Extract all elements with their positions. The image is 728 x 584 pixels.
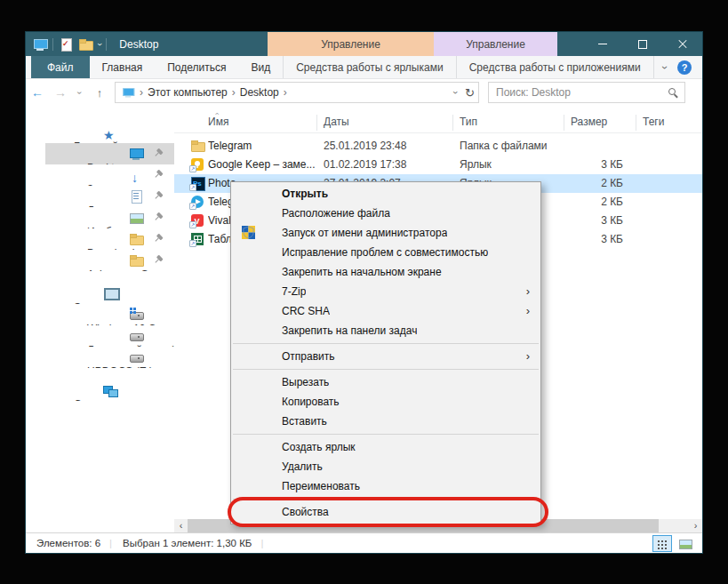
sidebar-item[interactable]: Downloads [26, 228, 174, 250]
file-icon: ↗ [190, 213, 204, 228]
menu-item-label: Исправление проблем с совместимостью [282, 246, 488, 259]
context-menu: Открыть › [230, 181, 541, 524]
column-header-name[interactable]: Имя [208, 116, 228, 128]
file-icon: ↗ [190, 157, 204, 172]
menu-item-icon [242, 245, 256, 260]
navigation-pane: Быстрый доступ Desktop Загрузки [26, 106, 174, 532]
column-header-tags[interactable]: Теги [643, 116, 664, 128]
minimize-icon [598, 44, 607, 44]
ribbon-collapse-chevron-icon[interactable]: › [659, 66, 671, 69]
details-view-button[interactable] [652, 535, 672, 552]
context-menu-item[interactable]: Свойства › [231, 502, 540, 522]
tab-view[interactable]: Вид [238, 56, 283, 78]
sidebar-item-icon [129, 308, 143, 322]
menu-item-icon [242, 460, 256, 474]
sidebar-item[interactable]: Ashampoo Snap [26, 250, 174, 271]
column-header-date[interactable]: Даты [324, 116, 349, 128]
context-menu-item[interactable]: CRC SHA › [231, 301, 540, 321]
maximize-icon [638, 40, 647, 49]
context-menu-item[interactable]: Отправить › [231, 347, 540, 366]
context-menu-item[interactable]: Исправление проблем с совместимостью › [231, 243, 540, 262]
menu-item-icon [242, 375, 256, 389]
tab-shortcut-tools[interactable]: Средства работы с ярлыками [283, 56, 455, 78]
address-bar[interactable]: › Этот компьютер › Desktop › › ↻ [115, 82, 479, 103]
back-button[interactable]: ← [26, 85, 49, 100]
new-folder-qat-button[interactable] [78, 37, 92, 52]
shortcut-arrow-icon: ↗ [189, 221, 196, 228]
scroll-right-icon[interactable]: › [689, 519, 702, 532]
file-row[interactable]: ↗ Telegram 25.01.2019 23:48 Папка с файл… [174, 137, 702, 156]
breadcrumb-separator-icon: › [284, 86, 287, 99]
sidebar-item[interactable]: HPDOCS (E:) [26, 347, 174, 368]
breadcrumb-this-pc[interactable]: Этот компьютер [148, 86, 228, 99]
menu-item-label: Создать ярлык [282, 441, 356, 453]
context-menu-item[interactable]: Копировать › [231, 392, 540, 412]
search-icon[interactable] [668, 88, 676, 95]
context-menu-item[interactable]: Переименовать › [231, 476, 540, 496]
search-input[interactable] [489, 83, 684, 102]
column-header-type[interactable]: Тип [460, 116, 477, 128]
tab-file[interactable]: Файл [31, 56, 90, 78]
file-row[interactable]: ↗ Google Keep – заме... 01.02.2019 17:38… [174, 156, 702, 174]
help-icon[interactable]: ? [677, 60, 692, 75]
context-menu-item[interactable]: Удалить › [231, 457, 540, 476]
thumbnails-view-icon [679, 540, 692, 549]
file-date: 25.01.2019 23:48 [324, 140, 455, 152]
file-size: 2 КБ [556, 177, 623, 189]
ribbon-right-controls: › ? [663, 56, 702, 78]
forward-button[interactable]: → [49, 85, 72, 100]
minimize-button[interactable] [582, 32, 622, 56]
tab-application-tools[interactable]: Средства работы с приложениями [456, 56, 654, 78]
sidebar-item[interactable]: Документы [26, 186, 174, 207]
context-menu-item[interactable]: Создать ярлык › [231, 437, 540, 457]
menu-item-icon [242, 304, 256, 318]
menu-item-label: Расположение файла [282, 207, 390, 220]
column-headers: › Имя Даты Тип Размер Теги [174, 112, 702, 133]
context-menu-item[interactable]: Расположение файла › [231, 204, 540, 223]
context-menu-item[interactable]: Закрепить на панели задач › [231, 321, 540, 340]
refresh-icon[interactable]: ↻ [465, 86, 475, 100]
contextual-tab-application-tools[interactable]: Управление [434, 32, 557, 56]
tab-home[interactable]: Главная [90, 56, 156, 78]
sidebar-item[interactable]: Изображения [26, 207, 174, 228]
qat-customize-chevron-icon[interactable]: › [95, 43, 104, 45]
maximize-button[interactable] [622, 32, 662, 56]
menu-item-icon [242, 226, 256, 240]
sidebar-item[interactable]: Локальный диск (D [26, 325, 174, 347]
contextual-tab-shortcut-tools[interactable]: Управление [268, 32, 434, 56]
context-menu-item[interactable]: Вставить › [231, 412, 540, 431]
scroll-left-icon[interactable]: ‹ [174, 519, 188, 532]
close-button[interactable] [662, 32, 702, 56]
tab-share[interactable]: Поделиться [155, 56, 238, 78]
shortcut-arrow-icon: ↗ [189, 165, 196, 172]
address-dropdown-chevron-icon[interactable]: › [451, 91, 461, 94]
sidebar-item[interactable]: Этот компьютер [26, 283, 174, 304]
window-title: Desktop [119, 38, 158, 51]
sidebar-item[interactable]: Desktop [26, 143, 174, 164]
menu-item-label: 7-Zip [282, 285, 306, 298]
breadcrumb-desktop[interactable]: Desktop [240, 86, 279, 99]
sidebar-item[interactable]: Windows 10 Compa [26, 304, 174, 325]
context-menu-item[interactable]: 7-Zip › [231, 282, 540, 301]
shortcut-arrow-icon: ↗ [189, 184, 196, 191]
details-view-icon [658, 540, 660, 542]
items-count: Элементов: 6 [36, 538, 100, 548]
menu-item-label: Вырезать [282, 376, 329, 388]
column-header-size[interactable]: Размер [571, 116, 607, 128]
divider: | [109, 538, 112, 548]
sidebar-item[interactable]: Сеть [26, 380, 174, 401]
menu-item-label: Вставить [282, 415, 327, 428]
context-menu-item[interactable]: Запуск от имени администратора › [231, 223, 540, 243]
large-icons-view-button[interactable] [676, 535, 695, 552]
sidebar-item[interactable]: Загрузки [26, 164, 174, 186]
properties-qat-button[interactable] [59, 37, 73, 52]
recent-locations-chevron-icon[interactable]: › [72, 88, 88, 98]
menu-item-label: Свойства [282, 506, 329, 518]
file-icon: ↗ [190, 139, 204, 153]
context-menu-item[interactable]: Открыть › [231, 184, 540, 204]
context-menu-item[interactable]: Закрепить на начальном экране › [231, 262, 540, 282]
sidebar-item[interactable]: Быстрый доступ [26, 122, 174, 143]
menu-item-label: Удалить [282, 460, 323, 473]
up-button[interactable]: ↑ [88, 86, 111, 100]
context-menu-item[interactable]: Вырезать › [231, 372, 540, 392]
